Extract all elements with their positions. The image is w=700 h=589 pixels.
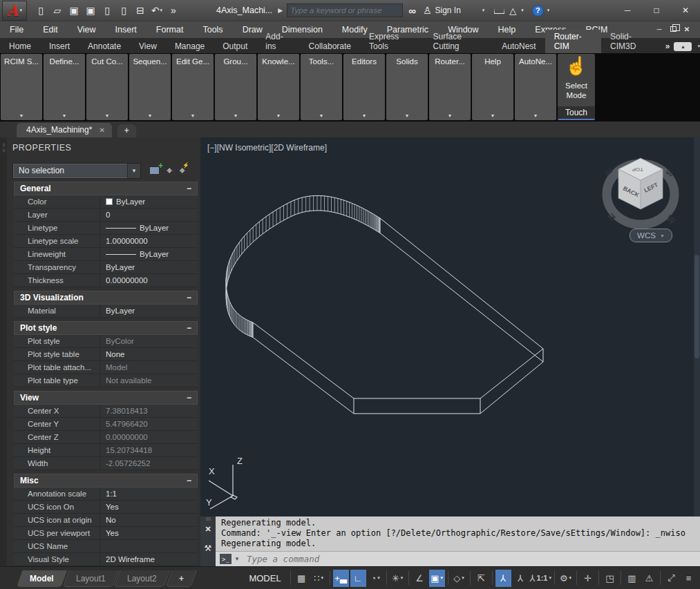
collapse-icon[interactable]: −: [187, 393, 191, 403]
tab-overflow-icon[interactable]: »: [665, 41, 669, 51]
ribbon-panel[interactable]: Define... ▼: [44, 54, 85, 120]
qnew-icon[interactable]: ▯: [34, 3, 48, 18]
section-header[interactable]: Misc −: [14, 474, 198, 487]
ribbon-tab[interactable]: Manage: [166, 39, 214, 53]
command-input-row[interactable]: >_ ▼ Type a command: [216, 551, 700, 566]
ribbon-panel[interactable]: AutoNe... ▼: [515, 54, 556, 120]
ribbon-tab[interactable]: View: [130, 39, 166, 53]
collapse-icon[interactable]: −: [187, 293, 191, 302]
property-row[interactable]: Plot style ByColor: [14, 335, 198, 348]
property-row[interactable]: Color ByLayer: [14, 195, 198, 209]
ribbon-tab[interactable]: Output: [214, 39, 256, 53]
command-prompt-icon[interactable]: >_: [220, 554, 231, 564]
model-viewport[interactable]: Z X Y [−][NW Isometric][2D Wireframe] N …: [200, 137, 700, 516]
grid-display-icon[interactable]: ▦: [294, 570, 310, 587]
toggle-pickadd-icon[interactable]: [149, 166, 160, 175]
property-row[interactable]: Layer 0: [14, 209, 198, 222]
panel-flyout-icon[interactable]: ▼: [258, 113, 299, 118]
command-grip[interactable]: ⠿⠿: [206, 518, 211, 521]
ribbon-panel[interactable]: Tools... ▼: [301, 54, 342, 120]
viewport-controls[interactable]: [−][NW Isometric][2D Wireframe]: [207, 143, 327, 153]
status-icon[interactable]: [330, 571, 330, 585]
viewport-scrollbar[interactable]: [694, 137, 700, 516]
section-header[interactable]: General −: [14, 182, 198, 195]
customization-icon[interactable]: ≡: [681, 570, 697, 587]
qat-customize-icon[interactable]: »: [167, 3, 180, 18]
status-icon[interactable]: [621, 571, 621, 585]
minimize-button[interactable]: ─: [613, 1, 642, 19]
polar-tracking-icon[interactable]: ◔: [368, 570, 384, 587]
object-snap-icon[interactable]: ▣: [429, 570, 445, 587]
select-mode-panel[interactable]: ☝ Select Mode Touch: [558, 54, 595, 120]
ribbon-tab[interactable]: Home: [0, 39, 40, 53]
layout-tab[interactable]: Model: [17, 570, 67, 587]
property-row[interactable]: Annotation scale 1:1: [14, 487, 198, 501]
panel-flyout-icon[interactable]: ▼: [343, 113, 385, 118]
maximize-button[interactable]: □: [642, 1, 671, 19]
section-header[interactable]: 3D Visualization −: [14, 291, 198, 305]
search-binoculars-icon[interactable]: ∞: [408, 5, 416, 17]
status-icon[interactable]: [660, 571, 661, 585]
property-row[interactable]: Center Y 5.47966420: [14, 418, 198, 431]
layout-tab[interactable]: +: [166, 570, 198, 587]
graphics-warning-icon[interactable]: ⚠: [641, 570, 657, 587]
snap-mode-icon[interactable]: ∷: [311, 570, 327, 587]
annotation-scale-icon[interactable]: ⅄1:1: [530, 570, 551, 587]
layout-tab[interactable]: Layout2: [114, 570, 170, 587]
ribbon-tab[interactable]: Solid-CIM3D: [601, 30, 661, 53]
model-space-button[interactable]: MODEL: [242, 571, 287, 586]
new-drawing-tab-button[interactable]: +: [117, 124, 136, 137]
property-row[interactable]: Transparency ByLayer: [14, 261, 198, 274]
ribbon-tab[interactable]: Add-ins: [256, 30, 299, 53]
ribbon-panel[interactable]: Grou... ▼: [215, 54, 256, 120]
property-row[interactable]: Lineweight ByLayer: [14, 248, 198, 261]
status-icon[interactable]: [576, 571, 577, 585]
property-row[interactable]: UCS Name: [14, 540, 198, 553]
ucs-icon[interactable]: ⇱: [473, 570, 489, 587]
chevron-down-icon[interactable]: ▾: [547, 8, 550, 13]
collapse-icon[interactable]: −: [187, 323, 191, 333]
property-row[interactable]: Center X 7.38018413: [14, 405, 198, 418]
panel-flyout-icon[interactable]: ▼: [472, 113, 513, 118]
ribbon-minimize-icon[interactable]: ▲: [674, 42, 692, 51]
undo-icon[interactable]: ↶: [150, 3, 164, 18]
quick-select-icon[interactable]: ⌖: [179, 164, 185, 177]
help-icon[interactable]: ?: [532, 5, 544, 17]
search-input[interactable]: [290, 6, 399, 15]
workspace-icon[interactable]: ⚙: [558, 570, 574, 587]
ribbon-panel[interactable]: Edit Ge... ▼: [172, 54, 214, 120]
panel-flyout-icon[interactable]: ▼: [1, 113, 42, 118]
chevron-down-icon[interactable]: ▾: [697, 44, 700, 49]
ribbon-panel[interactable]: Cut Co... ▼: [86, 54, 128, 120]
isometric-drafting-icon[interactable]: ✳: [390, 570, 406, 587]
panel-flyout-icon[interactable]: ▼: [86, 113, 128, 118]
dynamic-input-icon[interactable]: +▃: [333, 570, 349, 587]
property-row[interactable]: UCS icon On Yes: [14, 501, 198, 514]
drawing-close-icon[interactable]: ✕: [681, 23, 693, 35]
wcs-dropdown[interactable]: WCS ▼: [630, 229, 672, 242]
layout-tab[interactable]: Layout1: [62, 570, 118, 587]
search-expand-icon[interactable]: ▶: [278, 7, 283, 14]
ribbon-tab[interactable]: Surface Cutting: [424, 30, 493, 53]
clean-screen-icon[interactable]: ⤢: [663, 570, 679, 587]
select-objects-icon[interactable]: ⌖: [167, 164, 172, 177]
drawing-restore-icon[interactable]: [667, 23, 679, 35]
panel-flyout-icon[interactable]: ▼: [44, 113, 85, 118]
chevron-down-icon[interactable]: ▼: [127, 164, 140, 178]
property-row[interactable]: UCS icon at origin No: [14, 514, 198, 527]
property-row[interactable]: Thickness 0.00000000: [14, 274, 198, 287]
panel-flyout-icon[interactable]: ▼: [129, 113, 171, 118]
ribbon-panel[interactable]: Knowle... ▼: [258, 54, 299, 120]
ortho-mode-icon[interactable]: ∟: [350, 570, 366, 587]
isolate-objects-icon[interactable]: ◳: [602, 570, 618, 587]
command-close-icon[interactable]: ✕: [205, 525, 211, 534]
view-cube[interactable]: N W S E TOP BACK LEFT: [598, 154, 688, 237]
chevron-down-icon[interactable]: ▼: [234, 556, 240, 562]
status-icon[interactable]: [408, 571, 409, 585]
annotation-autoscale-icon[interactable]: ⅄: [513, 570, 529, 587]
command-history[interactable]: Regenerating model.Command: '_-view Ente…: [216, 516, 700, 551]
property-row[interactable]: Center Z 0.00000000: [14, 431, 198, 444]
collapse-icon[interactable]: −: [187, 184, 191, 193]
save-as-icon[interactable]: ▣: [84, 3, 97, 18]
panel-flyout-icon[interactable]: ▼: [172, 113, 214, 118]
